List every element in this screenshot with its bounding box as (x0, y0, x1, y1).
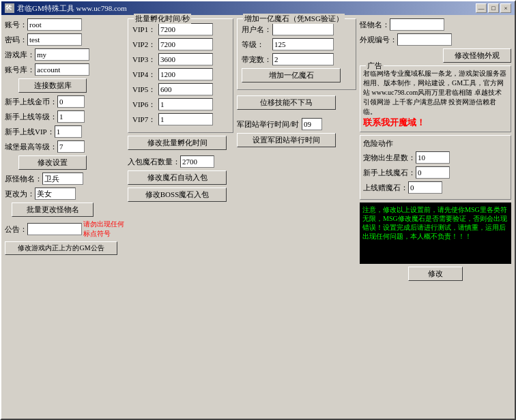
pet-star-row: 宠物出生星数： (363, 151, 508, 164)
monster-name-label: 原怪物名： (5, 174, 42, 184)
batch-change-row: 批量更改怪物名 (5, 202, 124, 217)
appearance-input[interactable] (397, 33, 452, 46)
main-content: 账号： 密码： 游戏库： 账号库： 连接数据库 新手上线金币： (1, 15, 515, 419)
add-moshi-row: 增加一亿魔石 (242, 68, 352, 82)
new-moshi-label: 新手上线魔石： (363, 168, 416, 178)
vip4-row: VIP4： (132, 68, 229, 80)
titlebar-buttons: — □ × (476, 3, 511, 13)
login-moshi-row: 上线赠魔石： (363, 181, 508, 194)
vip5-input[interactable] (158, 83, 213, 95)
modify-moshi-auto-button[interactable]: 修改魔石自动入包 (128, 170, 227, 185)
modify-settings-button[interactable]: 修改设置 (18, 155, 87, 170)
bag-moshi-label: 入包魔石数量： (128, 157, 180, 167)
new-level-input[interactable] (57, 110, 85, 123)
monster-name-input[interactable] (42, 172, 83, 185)
ad-link[interactable]: 联系我开魔域！ (363, 117, 508, 129)
new-vip-row: 新手上线VIP： (5, 125, 124, 138)
vip1-input[interactable] (158, 23, 213, 35)
mid2-level-input[interactable] (272, 38, 334, 50)
dangerous-title: 危险动作 (363, 138, 508, 149)
monster-name2-label: 怪物名： (360, 20, 390, 30)
accountdb-input[interactable] (35, 63, 89, 76)
titlebar-left: 🛠 君临GM特殊工具 www.uc798.com (5, 3, 127, 14)
vip1-label: VIP1： (132, 25, 158, 35)
add-moshi-button[interactable]: 增加一亿魔石 (242, 68, 341, 82)
new-level-label: 新手上线等级： (5, 112, 57, 122)
new-gold-row: 新手上线金币： (5, 95, 124, 108)
account-input[interactable] (27, 18, 82, 31)
new-gold-input[interactable] (57, 95, 85, 108)
ad-group: 广告 君临网络专业魔域私服一条龙，游戏架设服务器相用、版本制作，网站建设，GM工… (360, 65, 511, 132)
monster-name2-input[interactable] (390, 18, 444, 31)
mid2-pet-label: 带宠数： (242, 55, 272, 65)
minimize-button[interactable]: — (476, 3, 487, 13)
new-vip-input[interactable] (55, 125, 82, 138)
appearance-label: 外观编号： (360, 35, 397, 45)
warning-box: 注意，修改以上设置前，请先使你MSG里各类符无限，MSG修改魔石是否需要验证，否… (360, 202, 511, 264)
mid-panel: 批量孵化时间/秒 VIP1： VIP2： VIP3： VIP4： (128, 18, 233, 415)
max-level-input[interactable] (57, 140, 85, 153)
modify-appearance-button[interactable]: 修改怪物外观 (443, 48, 511, 63)
pet-star-label: 宠物出生星数： (363, 153, 416, 163)
monster-name-row: 原怪物名： (5, 172, 124, 185)
vip2-input[interactable] (158, 38, 213, 50)
mid2-pet-row: 带宠数： (242, 53, 352, 65)
vip6-input[interactable] (158, 98, 213, 110)
maximize-button[interactable]: □ (488, 3, 499, 13)
ad-title: 广告 (366, 61, 384, 71)
modify-settings-row: 修改设置 (5, 155, 124, 170)
change-to-input[interactable] (35, 188, 76, 200)
move-skill-button[interactable]: 位移技能不下马 (237, 95, 336, 110)
modify-row: 修改 (360, 267, 511, 281)
modify-hatch-button[interactable]: 修改批量孵化时间 (128, 136, 227, 150)
appearance-row: 外观编号： (360, 33, 511, 46)
vip6-row: VIP6： (132, 98, 229, 110)
move-skill-row: 位移技能不下马 (237, 95, 356, 110)
modify-announcement-row: 修改游戏内正上方的GM公告 (5, 241, 124, 255)
accountdb-row: 账号库： (5, 63, 124, 76)
new-level-row: 新手上线等级： (5, 110, 124, 123)
set-army-button[interactable]: 设置军团站举行时间 (237, 133, 336, 147)
vip2-row: VIP2： (132, 38, 229, 50)
mid2-username-input[interactable] (272, 23, 334, 35)
close-button[interactable]: × (500, 3, 511, 13)
vip1-row: VIP1： (132, 23, 229, 35)
connect-button[interactable]: 连接数据库 (18, 78, 87, 93)
vip2-label: VIP2： (132, 40, 158, 50)
modify-boss-moshi-row: 修改BOSS魔石入包 (128, 188, 233, 202)
modify-boss-moshi-button[interactable]: 修改BOSS魔石入包 (128, 188, 227, 202)
vip7-label: VIP7： (132, 115, 158, 125)
vip7-row: VIP7： (132, 113, 229, 125)
announcement-row: 公告： 请勿出现任何标点符号 (5, 220, 124, 239)
new-gold-label: 新手上线金币： (5, 97, 57, 107)
vip7-input[interactable] (158, 113, 213, 125)
password-input[interactable] (27, 33, 82, 46)
ad-text: 君临网络专业魔域私服一条龙，游戏架设服务器相用、版本制作，网站建设，GM工具，官… (363, 69, 508, 117)
pet-star-input[interactable] (416, 151, 450, 164)
warning-text: 注意，修改以上设置前，请先使你MSG里各类符无限，MSG修改魔石是否需要验证，否… (362, 206, 507, 240)
mid2-panel: 增加一亿魔石（凭MSG验证） 用户名： 等级： 带宠数： 增加一亿魔石 (237, 18, 356, 415)
hatch-group-title: 批量孵化时间/秒 (134, 14, 191, 24)
modify-hatch-row: 修改批量孵化时间 (128, 136, 233, 150)
modify-button[interactable]: 修改 (408, 267, 463, 281)
army-time-input[interactable] (302, 118, 322, 130)
modify-announcement-button[interactable]: 修改游戏内正上方的GM公告 (5, 241, 117, 255)
moshi-group: 增加一亿魔石（凭MSG验证） 用户名： 等级： 带宠数： 增加一亿魔石 (237, 18, 356, 90)
password-label: 密码： (5, 35, 27, 45)
vip4-label: VIP4： (132, 70, 158, 80)
new-moshi-input[interactable] (416, 166, 450, 179)
batch-change-button[interactable]: 批量更改怪物名 (12, 202, 94, 217)
login-moshi-input[interactable] (408, 181, 442, 194)
gamedb-input[interactable] (35, 48, 89, 61)
bag-moshi-input[interactable] (180, 155, 214, 168)
main-window: 🛠 君临GM特殊工具 www.uc798.com — □ × 账号： 密码： 游… (0, 0, 516, 420)
moshi-group-title: 增加一亿魔石（凭MSG验证） (243, 14, 345, 24)
modify-moshi-auto-row: 修改魔石自动入包 (128, 170, 233, 185)
announcement-input[interactable] (27, 223, 82, 235)
mid2-pet-input[interactable] (272, 53, 334, 65)
app-icon: 🛠 (5, 3, 14, 13)
vip4-input[interactable] (158, 68, 213, 80)
vip3-row: VIP3： (132, 53, 229, 65)
vip3-input[interactable] (158, 53, 213, 65)
announcement-hint: 请勿出现任何标点符号 (83, 220, 124, 239)
